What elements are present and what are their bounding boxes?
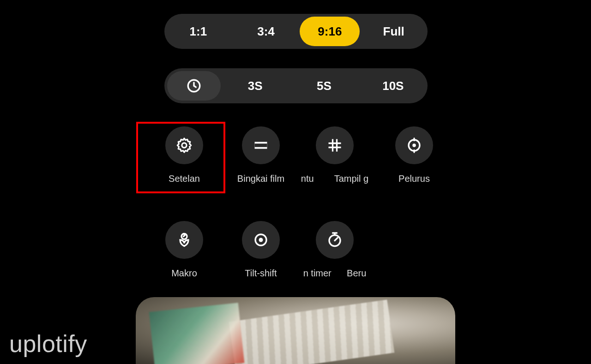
svg-point-5: [412, 143, 416, 147]
option-label: Pelurus: [398, 173, 430, 184]
ratio-3-4[interactable]: 3:4: [232, 14, 300, 49]
level-icon: [406, 137, 422, 154]
quick-options-grid: Setelan Bingkai film ntu Tampil g: [143, 126, 455, 279]
timer-off[interactable]: [167, 71, 221, 101]
option-tilt-shift[interactable]: Tilt-shift: [223, 221, 299, 279]
timer-5s[interactable]: 5S: [289, 68, 358, 103]
timer-bar: 3S 5S 10S: [164, 68, 428, 103]
clock-icon: [186, 78, 202, 94]
watermark-text: uplotify: [9, 330, 87, 358]
svg-point-1: [182, 143, 187, 148]
grid-icon: [326, 137, 343, 154]
svg-rect-3: [255, 143, 267, 147]
option-macro[interactable]: Makro: [146, 221, 223, 279]
option-straighten[interactable]: Pelurus: [376, 126, 452, 184]
svg-point-8: [259, 238, 263, 242]
ratio-full[interactable]: Full: [360, 14, 428, 49]
frame-icon: [253, 137, 269, 154]
camera-preview: [136, 297, 455, 364]
option-label: Setelan: [169, 173, 200, 184]
stopwatch-icon: [326, 232, 343, 248]
ratio-1-1[interactable]: 1:1: [164, 14, 232, 49]
option-label: ntu Tampil g: [301, 173, 368, 184]
option-label: Bingkai film: [237, 173, 284, 184]
aspect-ratio-bar: 1:1 3:4 9:16 Full: [164, 14, 428, 49]
ratio-9-16[interactable]: 9:16: [300, 17, 360, 46]
option-settings[interactable]: Setelan: [146, 126, 223, 184]
option-label: n timer Beru: [303, 268, 367, 279]
option-label: Makro: [171, 268, 197, 279]
option-label: Tilt-shift: [245, 268, 277, 279]
option-film-frame[interactable]: Bingkai film: [223, 126, 299, 184]
option-grid-lines[interactable]: ntu Tampil g: [296, 126, 373, 184]
target-icon: [253, 232, 269, 248]
gear-icon: [175, 137, 193, 154]
macro-icon: [176, 232, 193, 248]
timer-3s[interactable]: 3S: [221, 68, 289, 103]
timer-10s[interactable]: 10S: [359, 68, 428, 103]
option-timer[interactable]: n timer Beru: [296, 221, 373, 279]
